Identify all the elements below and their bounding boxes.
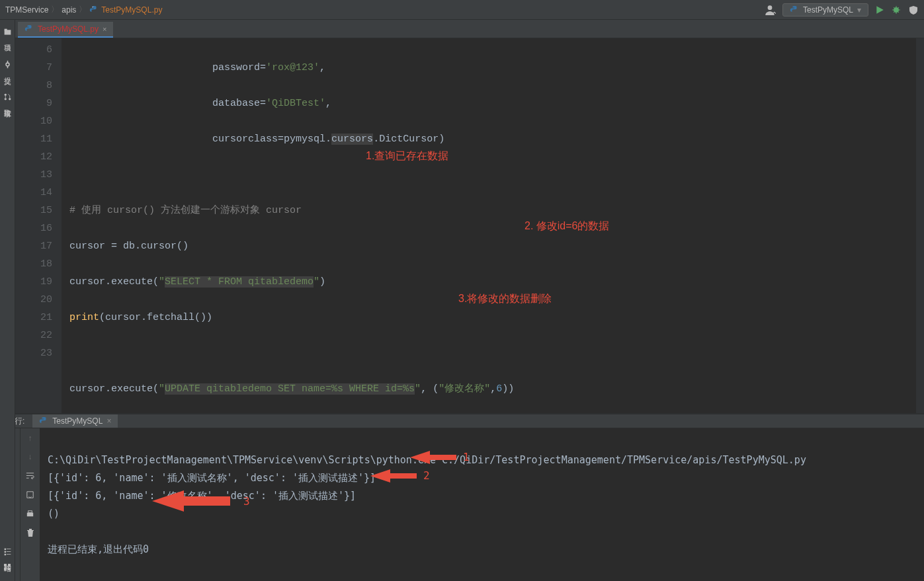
services-icon[interactable] <box>3 562 12 572</box>
svg-rect-16 <box>4 564 7 566</box>
right-gutter <box>916 38 924 413</box>
breadcrumb-root[interactable]: TPMService <box>5 5 48 15</box>
svg-point-8 <box>4 94 6 96</box>
run-config-name: TestPyMySQL <box>803 5 853 15</box>
run-coverage-button[interactable] <box>908 5 919 15</box>
svg-rect-18 <box>4 568 7 570</box>
run-config-selector[interactable]: TestPyMySQL ▾ <box>782 3 868 17</box>
console-output[interactable]: C:\QiDir\TestProjectManagement\TPMServic… <box>40 428 924 581</box>
left-tool-rail: 项目 提交 拉取请求 <box>0 20 15 413</box>
print-icon[interactable] <box>25 509 35 519</box>
close-icon[interactable]: × <box>106 416 111 426</box>
svg-rect-21 <box>4 551 5 553</box>
annotation-1: 1.查询已存在数据 <box>366 147 448 165</box>
breadcrumb-file[interactable]: TestPyMySQL.py <box>101 5 162 15</box>
console-line: () <box>48 508 60 520</box>
close-icon[interactable]: × <box>103 25 106 33</box>
editor-tab-bar: TestPyMySQL.py × <box>15 20 924 38</box>
editor-tab[interactable]: TestPyMySQL.py × <box>18 22 113 38</box>
svg-rect-17 <box>8 564 11 566</box>
run-tab[interactable]: TestPyMySQL × <box>32 414 118 428</box>
left-rail-bottom: 结构 <box>0 413 15 581</box>
breadcrumb-sep: 〉 <box>79 4 87 15</box>
breadcrumb-sep: 〉 <box>51 4 59 15</box>
svg-rect-3 <box>4 30 11 34</box>
console-line: [{'id': 6, 'name': '插入测试名称', 'desc': '插入… <box>48 472 376 484</box>
top-toolbar: TestPyMySQL ▾ <box>764 3 919 17</box>
scroll-icon[interactable] <box>25 490 35 500</box>
rail-structure[interactable]: 结构 <box>1 543 14 562</box>
python-file-icon <box>89 5 99 15</box>
arrow-annotation: 1 <box>410 448 470 466</box>
arrow-annotation: 2 <box>370 467 430 484</box>
editor-area: TestPyMySQL.py × 6 7 8 9 10 11 12 13 14 … <box>15 20 924 413</box>
svg-rect-20 <box>4 549 5 550</box>
annotation-2: 2. 修改id=6的数据 <box>525 217 609 235</box>
svg-rect-4 <box>4 29 7 30</box>
breadcrumb: TPMService 〉 apis 〉 TestPyMySQL.py <box>5 4 764 15</box>
annotation-3: 3.将修改的数据删除 <box>458 290 552 307</box>
svg-point-9 <box>4 98 6 100</box>
chevron-down-icon: ▾ <box>857 5 861 15</box>
editor-tab-label: TestPyMySQL.py <box>38 24 99 34</box>
wrap-icon[interactable] <box>25 471 35 481</box>
up-icon[interactable]: ↑ <box>28 434 32 443</box>
user-icon[interactable] <box>764 4 776 16</box>
breadcrumb-folder[interactable]: apis <box>62 5 76 15</box>
debug-button[interactable] <box>891 5 902 15</box>
line-gutter: 6 7 8 9 10 11 12 13 14 15 16 17 18 19 20… <box>15 38 62 413</box>
svg-point-10 <box>9 98 11 100</box>
run-toolbar-secondary: ↑ ↓ <box>20 428 40 581</box>
code-editor[interactable]: 6 7 8 9 10 11 12 13 14 15 16 17 18 19 20… <box>15 38 924 413</box>
svg-point-1 <box>768 5 773 10</box>
svg-point-2 <box>894 7 899 13</box>
python-file-icon <box>24 24 34 34</box>
svg-rect-15 <box>28 511 32 513</box>
svg-point-0 <box>93 7 93 7</box>
python-file-icon <box>39 416 48 426</box>
code-content[interactable]: password='rox@123', database='QiDBTest',… <box>62 38 916 413</box>
run-button[interactable] <box>875 5 884 15</box>
down-icon[interactable]: ↓ <box>28 452 32 461</box>
rail-commit[interactable]: 提交 <box>1 56 14 75</box>
rail-pull[interactable]: 拉取请求 <box>1 89 14 108</box>
run-tab-label: TestPyMySQL <box>52 416 103 426</box>
run-panel: 运行: TestPyMySQL × ↑ ↓ C:\QiDir\TestProje… <box>0 413 924 581</box>
svg-point-5 <box>6 63 9 66</box>
trash-icon[interactable] <box>26 528 35 537</box>
svg-rect-22 <box>4 554 5 555</box>
svg-rect-19 <box>8 568 11 570</box>
run-header: 运行: TestPyMySQL × <box>0 414 924 428</box>
top-bar: TPMService 〉 apis 〉 TestPyMySQL.py TestP… <box>0 0 924 20</box>
rail-project[interactable]: 项目 <box>1 24 14 43</box>
arrow-annotation: 3 <box>152 490 250 512</box>
svg-rect-14 <box>27 513 33 517</box>
console-line: 进程已结束,退出代码0 <box>48 543 149 555</box>
